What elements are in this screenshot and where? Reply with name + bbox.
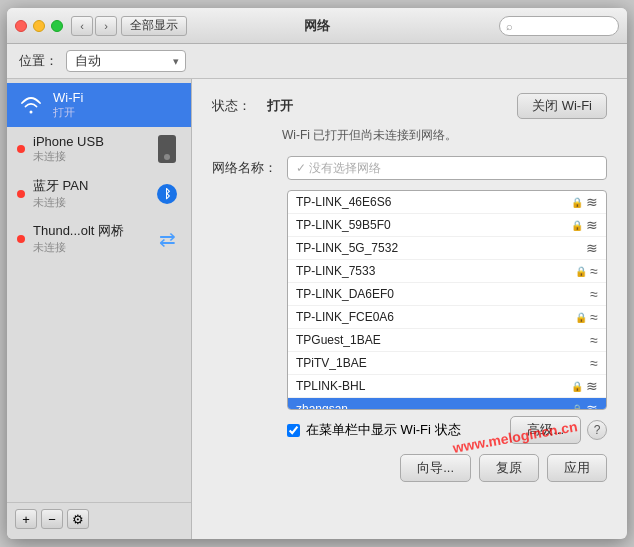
status-dot-thunderbolt (17, 235, 25, 243)
toggle-wifi-button[interactable]: 关闭 Wi-Fi (517, 93, 607, 119)
network-list-item[interactable]: TPiTV_1BAE≈ (288, 352, 606, 375)
network-name: TP-LINK_DA6EF0 (296, 287, 590, 301)
back-button[interactable]: ‹ (71, 16, 93, 36)
thunderbolt-sublabel: 未连接 (33, 240, 145, 255)
iphone-usb-label: iPhone USB (33, 134, 145, 149)
bluetooth-info: 蓝牙 PAN 未连接 (33, 177, 145, 210)
sidebar-bottom-bar: + − ⚙ (7, 502, 191, 535)
network-list-item[interactable]: TP-LINK_5G_7532≋ (288, 237, 606, 260)
thunderbolt-info: Thund...olt 网桥 未连接 (33, 222, 145, 255)
status-dot-bluetooth (17, 190, 25, 198)
show-menubar-row: 在菜单栏中显示 Wi-Fi 状态 高级... ? (287, 416, 607, 444)
bluetooth-sublabel: 未连接 (33, 195, 145, 210)
network-list-item[interactable]: TPLINK-BHL🔒≋ (288, 375, 606, 398)
wifi-sublabel: 打开 (53, 105, 181, 120)
sidebar: Wi-Fi 打开 iPhone USB 未连接 蓝牙 PAN (7, 79, 192, 539)
network-status-icons: ≋ (586, 240, 598, 256)
detail-panel: 状态： 打开 关闭 Wi-Fi Wi-Fi 已打开但尚未连接到网络。 网络名称：… (192, 79, 627, 539)
sidebar-item-thunderbolt[interactable]: Thund...olt 网桥 未连接 ⇄ (7, 216, 191, 261)
network-name: TP-LINK_46E6S6 (296, 195, 571, 209)
thunderbolt-icon: ⇄ (153, 225, 181, 253)
wifi-signal-icon: ≋ (586, 401, 598, 409)
network-list-item[interactable]: zhangsan🔒≋ (288, 398, 606, 409)
search-input[interactable] (516, 19, 612, 33)
close-button[interactable] (15, 20, 27, 32)
network-list-item[interactable]: TP-LINK_DA6EF0≈ (288, 283, 606, 306)
bluetooth-label: 蓝牙 PAN (33, 177, 145, 195)
network-status-icons: ≈ (590, 332, 598, 348)
network-name: TPGuest_1BAE (296, 333, 590, 347)
network-status-icons: ≈ (590, 286, 598, 302)
network-status-icons: ≈ (590, 355, 598, 371)
network-name: TPiTV_1BAE (296, 356, 590, 370)
network-name: TP-LINK_FCE0A6 (296, 310, 575, 324)
remove-network-button[interactable]: − (41, 509, 63, 529)
network-name: TP-LINK_5G_7532 (296, 241, 586, 255)
network-list-item[interactable]: TP-LINK_46E6S6🔒≋ (288, 191, 606, 214)
location-label: 位置： (19, 52, 58, 70)
status-label: 状态： (212, 97, 251, 115)
network-name: TP-LINK_7533 (296, 264, 575, 278)
show-all-button[interactable]: 全部显示 (121, 16, 187, 36)
forward-button[interactable]: › (95, 16, 117, 36)
network-list-item[interactable]: TP-LINK_59B5F0🔒≋ (288, 214, 606, 237)
nav-buttons: ‹ › (71, 16, 117, 36)
network-name: TP-LINK_59B5F0 (296, 218, 571, 232)
network-list-item[interactable]: TP-LINK_FCE0A6🔒≈ (288, 306, 606, 329)
lock-icon: 🔒 (571, 381, 583, 392)
lock-icon: 🔒 (571, 404, 583, 410)
network-name-row: 网络名称： ✓ 没有选择网络 (212, 156, 607, 180)
wifi-label: Wi-Fi (53, 90, 181, 105)
iphone-usb-info: iPhone USB 未连接 (33, 134, 145, 164)
network-placeholder: ✓ 没有选择网络 (296, 160, 598, 177)
network-name: zhangsan (296, 402, 571, 409)
footer-buttons: 向导... 复原 应用 (212, 454, 607, 482)
network-name: TPLINK-BHL (296, 379, 571, 393)
wifi-signal-icon: ≋ (586, 378, 598, 394)
sidebar-item-iphone-usb[interactable]: iPhone USB 未连接 (7, 127, 191, 171)
minimize-button[interactable] (33, 20, 45, 32)
lock-icon: 🔒 (575, 266, 587, 277)
add-network-button[interactable]: + (15, 509, 37, 529)
network-name-dropdown[interactable]: ✓ 没有选择网络 (287, 156, 607, 180)
wifi-signal-icon: ≋ (586, 240, 598, 256)
show-menubar-checkbox[interactable] (287, 424, 300, 437)
network-status-icons: 🔒≈ (575, 309, 598, 325)
status-dot-iphone (17, 145, 25, 153)
wifi-signal-icon: ≈ (590, 263, 598, 279)
wifi-signal-icon: ≈ (590, 286, 598, 302)
titlebar: ‹ › 全部显示 网络 ⌕ (7, 8, 627, 44)
network-status-icons: 🔒≋ (571, 401, 598, 409)
lock-icon: 🔒 (571, 220, 583, 231)
thunderbolt-label: Thund...olt 网桥 (33, 222, 145, 240)
maximize-button[interactable] (51, 20, 63, 32)
wifi-signal-icon: ≈ (590, 309, 598, 325)
sidebar-item-bluetooth[interactable]: 蓝牙 PAN 未连接 ᛒ (7, 171, 191, 216)
network-status-icons: 🔒≈ (575, 263, 598, 279)
show-menubar-label: 在菜单栏中显示 Wi-Fi 状态 (306, 421, 461, 439)
network-list-item[interactable]: TPGuest_1BAE≈ (288, 329, 606, 352)
wizard-button[interactable]: 向导... (400, 454, 471, 482)
search-icon: ⌕ (506, 20, 513, 32)
main-content: Wi-Fi 打开 iPhone USB 未连接 蓝牙 PAN (7, 79, 627, 539)
network-list-item[interactable]: TP-LINK_7533🔒≈ (288, 260, 606, 283)
network-name-label: 网络名称： (212, 159, 277, 177)
location-toolbar: 位置： 自动 (7, 44, 627, 79)
apply-button[interactable]: 应用 (547, 454, 607, 482)
search-box[interactable]: ⌕ (499, 16, 619, 36)
iphone-usb-sublabel: 未连接 (33, 149, 145, 164)
network-status-icons: 🔒≋ (571, 378, 598, 394)
bluetooth-icon: ᛒ (153, 180, 181, 208)
revert-button[interactable]: 复原 (479, 454, 539, 482)
lock-icon: 🔒 (575, 312, 587, 323)
help-button[interactable]: ? (587, 420, 607, 440)
wifi-signal-icon: ≈ (590, 355, 598, 371)
advanced-button[interactable]: 高级... (510, 416, 581, 444)
location-value: 自动 (75, 52, 101, 70)
status-description: Wi-Fi 已打开但尚未连接到网络。 (282, 127, 607, 144)
status-value: 打开 (267, 97, 293, 115)
location-dropdown[interactable]: 自动 (66, 50, 186, 72)
gear-button[interactable]: ⚙ (67, 509, 89, 529)
sidebar-item-wifi[interactable]: Wi-Fi 打开 (7, 83, 191, 127)
wifi-signal-icon: ≈ (590, 332, 598, 348)
